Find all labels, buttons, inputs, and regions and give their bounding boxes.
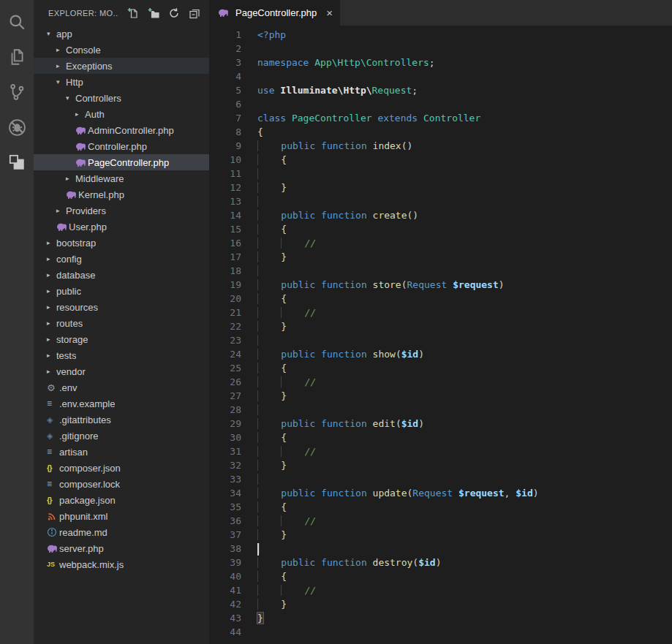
tree-item-composer-json[interactable]: {}composer.json xyxy=(34,460,209,476)
code-line-13[interactable]: 13 xyxy=(209,194,672,208)
code-line-18[interactable]: 18 xyxy=(209,264,672,278)
source-control-icon[interactable] xyxy=(0,75,34,110)
code-line-40[interactable]: 40 { xyxy=(209,569,672,583)
code-line-44[interactable]: 44 xyxy=(209,625,672,639)
code-line-7[interactable]: 7class PageController extends Controller xyxy=(209,111,672,125)
code-line-38[interactable]: 38 xyxy=(209,542,672,556)
code-line-39[interactable]: 39 public function destroy($id) xyxy=(209,556,672,569)
code-line-36[interactable]: 36 // xyxy=(209,514,672,528)
tree-item--env[interactable]: ⚙.env xyxy=(34,379,209,395)
code-line-35[interactable]: 35 { xyxy=(209,500,672,514)
code-line-19[interactable]: 19 public function store(Request $reques… xyxy=(209,278,672,292)
code-line-41[interactable]: 41 // xyxy=(209,583,672,597)
tree-item-config[interactable]: ▸config xyxy=(34,251,209,267)
code-line-22[interactable]: 22 } xyxy=(209,319,672,333)
line-content: public function update(Request $request,… xyxy=(241,486,539,500)
line-number: 44 xyxy=(209,625,241,639)
code-line-1[interactable]: 1<?php xyxy=(209,28,672,42)
code-line-17[interactable]: 17 } xyxy=(209,250,672,264)
tree-item-artisan[interactable]: ≡artisan xyxy=(34,444,209,460)
code-line-8[interactable]: 8{ xyxy=(209,125,672,139)
tree-item-bootstrap[interactable]: ▸bootstrap xyxy=(34,235,209,251)
tree-item-console[interactable]: ▸Console xyxy=(34,42,209,58)
tree-item-public[interactable]: ▸public xyxy=(34,283,209,299)
tree-item-kernel-php[interactable]: Kernel.php xyxy=(34,186,209,202)
code-editor[interactable]: 1<?php23namespace App\Http\Controllers;4… xyxy=(209,26,672,644)
tree-item-readme-md[interactable]: readme.md xyxy=(34,524,209,540)
code-line-28[interactable]: 28 xyxy=(209,403,672,417)
code-line-34[interactable]: 34 public function update(Request $reque… xyxy=(209,486,672,500)
tree-item-admincontroller-php[interactable]: AdminController.php xyxy=(34,122,209,138)
tab-close-icon[interactable]: × xyxy=(326,7,333,18)
code-line-3[interactable]: 3namespace App\Http\Controllers; xyxy=(209,56,672,69)
tree-item-providers[interactable]: ▸Providers xyxy=(34,202,209,219)
code-line-20[interactable]: 20 { xyxy=(209,292,672,306)
code-line-42[interactable]: 42 } xyxy=(209,597,672,611)
tree-item-http[interactable]: ▾Http xyxy=(34,74,209,90)
tab-pagecontroller[interactable]: PageController.php × xyxy=(209,0,340,26)
chevron-expanded-icon: ▾ xyxy=(47,30,56,37)
code-line-24[interactable]: 24 public function show($id) xyxy=(209,347,672,361)
tree-item-storage[interactable]: ▸storage xyxy=(34,331,209,347)
line-number: 11 xyxy=(209,167,241,181)
refresh-icon[interactable] xyxy=(168,7,180,19)
tree-item-user-php[interactable]: User.php xyxy=(34,219,209,235)
tree-item--gitattributes[interactable]: ◈.gitattributes xyxy=(34,412,209,428)
tree-item-controllers[interactable]: ▾Controllers xyxy=(34,90,209,106)
extensions-icon[interactable] xyxy=(0,145,34,180)
tree-item--gitignore[interactable]: ◈.gitignore xyxy=(34,428,209,444)
tree-item-auth[interactable]: ▸Auth xyxy=(34,106,209,122)
tree-item-controller-php[interactable]: Controller.php xyxy=(34,138,209,154)
code-line-29[interactable]: 29 public function edit($id) xyxy=(209,417,672,431)
code-line-11[interactable]: 11 xyxy=(209,167,672,181)
new-folder-icon[interactable] xyxy=(148,7,159,19)
new-file-icon[interactable] xyxy=(127,7,139,19)
tree-item-webpack-mix-js[interactable]: JSwebpack.mix.js xyxy=(34,556,209,572)
code-line-33[interactable]: 33 xyxy=(209,472,672,486)
collapse-all-icon[interactable] xyxy=(189,7,200,19)
line-number: 4 xyxy=(209,69,241,83)
code-line-30[interactable]: 30 { xyxy=(209,431,672,444)
code-line-16[interactable]: 16 // xyxy=(209,236,672,250)
code-line-9[interactable]: 9 public function index() xyxy=(209,139,672,153)
tree-item-app[interactable]: ▾app xyxy=(34,26,209,42)
code-line-10[interactable]: 10 { xyxy=(209,153,672,167)
code-line-26[interactable]: 26 // xyxy=(209,375,672,389)
tree-item-vendor[interactable]: ▸vendor xyxy=(34,363,209,379)
tree-item-resources[interactable]: ▸resources xyxy=(34,299,209,315)
tree-item-tests[interactable]: ▸tests xyxy=(34,347,209,363)
code-line-4[interactable]: 4 xyxy=(209,69,672,83)
code-line-32[interactable]: 32 } xyxy=(209,458,672,472)
code-line-2[interactable]: 2 xyxy=(209,42,672,56)
tree-item-composer-lock[interactable]: ≡composer.lock xyxy=(34,476,209,492)
code-line-15[interactable]: 15 { xyxy=(209,222,672,236)
tree-item--env-example[interactable]: ≡.env.example xyxy=(34,395,209,412)
tree-item-routes[interactable]: ▸routes xyxy=(34,315,209,331)
code-line-21[interactable]: 21 // xyxy=(209,306,672,319)
tree-item-label: .gitignore xyxy=(59,431,98,442)
code-line-27[interactable]: 27 } xyxy=(209,389,672,403)
code-line-5[interactable]: 5use Illuminate\Http\Request; xyxy=(209,83,672,97)
debug-icon[interactable] xyxy=(0,110,34,145)
search-icon[interactable] xyxy=(0,4,34,39)
code-line-43[interactable]: 43} xyxy=(209,611,672,625)
explorer-icon[interactable] xyxy=(0,39,34,75)
code-line-12[interactable]: 12 } xyxy=(209,181,672,194)
tree-item-exceptions[interactable]: ▸Exceptions xyxy=(34,58,209,74)
tree-item-server-php[interactable]: server.php xyxy=(34,540,209,556)
tree-item-package-json[interactable]: {}package.json xyxy=(34,492,209,508)
line-content: // xyxy=(241,514,316,528)
chevron-collapsed-icon: ▸ xyxy=(56,46,66,53)
tab-bar: PageController.php × xyxy=(209,0,672,26)
tree-item-phpunit-xml[interactable]: phpunit.xml xyxy=(34,508,209,524)
code-line-37[interactable]: 37 } xyxy=(209,528,672,542)
tree-item-database[interactable]: ▸database xyxy=(34,267,209,283)
code-line-6[interactable]: 6 xyxy=(209,97,672,111)
tree-item-pagecontroller-php[interactable]: PageController.php xyxy=(34,154,209,170)
line-content: public function destroy($id) xyxy=(241,556,442,569)
code-line-23[interactable]: 23 xyxy=(209,333,672,347)
tree-item-middleware[interactable]: ▸Middleware xyxy=(34,170,209,186)
code-line-31[interactable]: 31 // xyxy=(209,444,672,458)
code-line-14[interactable]: 14 public function create() xyxy=(209,208,672,222)
code-line-25[interactable]: 25 { xyxy=(209,361,672,375)
